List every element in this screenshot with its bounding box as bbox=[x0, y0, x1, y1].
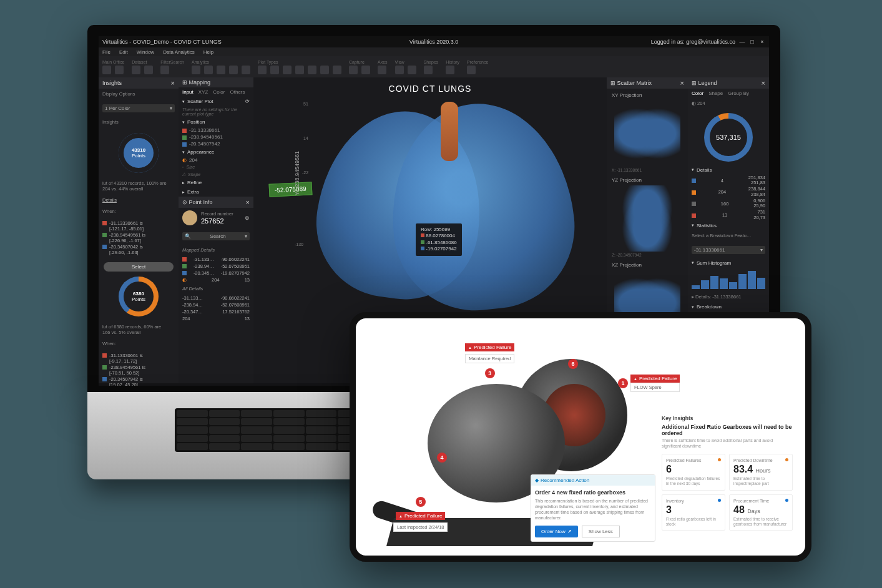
value-tag: -52.075089 bbox=[268, 182, 312, 197]
record-number: 257652 bbox=[201, 217, 233, 225]
bar-icon[interactable] bbox=[283, 66, 292, 74]
minimize-button[interactable]: — bbox=[739, 39, 745, 45]
video-icon[interactable] bbox=[361, 66, 370, 74]
legend-square-red bbox=[102, 221, 107, 225]
viewport-title: COVID CT LUNGS bbox=[253, 77, 607, 96]
mapped-details-header: Mapped Details bbox=[179, 245, 253, 256]
when1-c: -20.34507042 is [-29.60, -1.63] bbox=[109, 244, 143, 255]
settings-icon[interactable]: ⟳ bbox=[245, 99, 250, 104]
pca-icon[interactable] bbox=[242, 66, 250, 74]
callout-1[interactable]: 1 Predicted Failure FLOW Spare bbox=[618, 375, 680, 392]
details-section[interactable]: Details bbox=[688, 165, 769, 175]
panel-close-icon[interactable]: × bbox=[171, 79, 175, 87]
when1-b: -238.94549561 is [-226.96, -1.67] bbox=[109, 232, 145, 243]
line-icon[interactable] bbox=[270, 66, 279, 74]
scatter-icon[interactable] bbox=[258, 66, 267, 74]
extra-section[interactable]: Extra bbox=[179, 187, 253, 197]
point-info-header: Point Info bbox=[189, 199, 213, 205]
maximize-button[interactable]: □ bbox=[749, 39, 755, 45]
when2-label: When: bbox=[99, 338, 179, 350]
vr-icon[interactable] bbox=[102, 66, 111, 74]
view-icon[interactable] bbox=[395, 66, 404, 74]
status-dot-blue bbox=[785, 499, 788, 502]
callout-4[interactable]: 4 bbox=[437, 453, 447, 463]
surface-icon[interactable] bbox=[295, 66, 304, 74]
panel-close-icon[interactable]: × bbox=[246, 198, 250, 206]
card-procurement-time[interactable]: Procurement Time 48 Days Estimated time … bbox=[729, 494, 793, 531]
toolbar-history: History bbox=[446, 60, 459, 64]
breakdown-dropdown[interactable]: -31.13330661▾ bbox=[692, 246, 765, 254]
show-less-button[interactable]: Show Less bbox=[582, 526, 620, 537]
cluster-icon[interactable] bbox=[217, 66, 225, 74]
upload-icon[interactable] bbox=[132, 66, 140, 74]
scatter-matrix-header: Scatter Matrix bbox=[617, 80, 652, 86]
close-button[interactable]: × bbox=[759, 39, 765, 45]
xy-projection[interactable]: XY ProjectionX: -31.13338661 bbox=[609, 91, 685, 174]
callout-6[interactable]: 6 bbox=[568, 359, 578, 369]
status-visible-total: Visible/Total: 537,315 / 537,315 bbox=[105, 386, 175, 386]
map-icon[interactable] bbox=[308, 66, 316, 74]
order-now-button[interactable]: Order Now↗ bbox=[535, 526, 578, 537]
tab-group-by[interactable]: Group By bbox=[728, 91, 749, 96]
insights-section: Insights bbox=[99, 117, 179, 128]
breakdown-section[interactable]: Breakdown bbox=[688, 302, 769, 311]
shape-icon: △ bbox=[182, 172, 185, 177]
appearance-section[interactable]: Appearance bbox=[179, 147, 253, 157]
history-icon[interactable] bbox=[446, 66, 454, 74]
recommended-action-card: ◆Recommended Action Order 4 new fixed ra… bbox=[531, 474, 655, 542]
x-indicator bbox=[182, 129, 187, 133]
yz-projection[interactable]: YZ ProjectionZ: -20.34507942 bbox=[609, 176, 685, 258]
legend-donut[interactable]: 537,315 bbox=[704, 113, 753, 162]
toolbar-axes: Axes bbox=[378, 60, 388, 64]
tab-color[interactable]: Color bbox=[692, 91, 703, 96]
callout-3[interactable]: Predicted Failure Maintance Required 3 bbox=[465, 343, 514, 378]
menu-data-analytics[interactable]: Data Analytics bbox=[163, 49, 195, 55]
menu-edit[interactable]: Edit bbox=[119, 49, 128, 55]
select-button[interactable]: Select bbox=[104, 262, 174, 272]
search-field[interactable]: 🔍Search▾ bbox=[182, 232, 250, 240]
tab-others[interactable]: Others bbox=[230, 89, 245, 95]
filter-icon[interactable] bbox=[160, 66, 169, 74]
panel-close-icon[interactable]: × bbox=[680, 79, 684, 87]
card-predicted-downtime[interactable]: Predicted Downtime 83.4 Hours Estimated … bbox=[729, 454, 793, 491]
tab-shape[interactable]: Shape bbox=[708, 91, 723, 96]
camera-icon[interactable] bbox=[349, 66, 358, 74]
scatter-plot-section[interactable]: Scatter Plot⟳ bbox=[179, 97, 253, 106]
window-title: Virtualitics - COVID_Demo - COVID CT LUN… bbox=[102, 39, 222, 45]
brain-icon[interactable] bbox=[204, 66, 213, 74]
shape-icon[interactable] bbox=[424, 66, 433, 74]
histogram-icon[interactable] bbox=[320, 66, 329, 74]
anomaly-icon[interactable] bbox=[229, 66, 238, 74]
callout-5[interactable]: 5 Predicted Failure Last inspected 2/24/… bbox=[393, 497, 448, 532]
grid-icon[interactable] bbox=[115, 66, 124, 74]
all-details-header: All Details bbox=[179, 283, 253, 295]
analytics-icon[interactable] bbox=[192, 66, 200, 74]
tab-input[interactable]: Input bbox=[182, 89, 194, 95]
card-predicted-failures[interactable]: Predicted Failures 6 Predicted degradati… bbox=[662, 454, 725, 491]
menu-file[interactable]: File bbox=[102, 49, 110, 55]
position-section[interactable]: Position bbox=[179, 117, 253, 127]
tab-color[interactable]: Color bbox=[213, 89, 225, 95]
menu-window[interactable]: Window bbox=[137, 49, 154, 55]
per-color-dropdown[interactable]: 1 Per Color▾ bbox=[102, 104, 175, 112]
menu-help[interactable]: Help bbox=[203, 49, 213, 55]
rotate-icon[interactable] bbox=[408, 66, 416, 74]
legend-square-red bbox=[102, 353, 107, 358]
gear-icon[interactable] bbox=[467, 66, 476, 74]
version-label: Virtualitics 2020.3.0 bbox=[409, 39, 458, 45]
insights-donut-1[interactable]: 43310Points bbox=[119, 133, 159, 173]
card-inventory[interactable]: Inventory 3 Fixed ratio gearboxes left i… bbox=[662, 494, 725, 531]
panel-close-icon[interactable]: × bbox=[762, 79, 765, 87]
tab-xyz[interactable]: XYZ bbox=[198, 89, 208, 95]
refine-section[interactable]: Refine bbox=[179, 178, 253, 187]
save-icon[interactable] bbox=[144, 66, 153, 74]
insights-donut-2[interactable]: 6380Points bbox=[119, 277, 159, 316]
statistics-section[interactable]: Statistics bbox=[688, 221, 769, 230]
chevron-down-icon: ▾ bbox=[760, 247, 763, 253]
target-icon[interactable]: ⊕ bbox=[245, 215, 250, 221]
sum-histogram-section[interactable]: Sum Histogram bbox=[688, 258, 769, 268]
tablet-device: Predicted Failure Maintance Required 3 6… bbox=[350, 312, 811, 562]
axes-icon[interactable] bbox=[378, 66, 386, 74]
violin-icon[interactable] bbox=[333, 66, 341, 74]
toolbar-analytics: Analytics bbox=[192, 60, 250, 64]
